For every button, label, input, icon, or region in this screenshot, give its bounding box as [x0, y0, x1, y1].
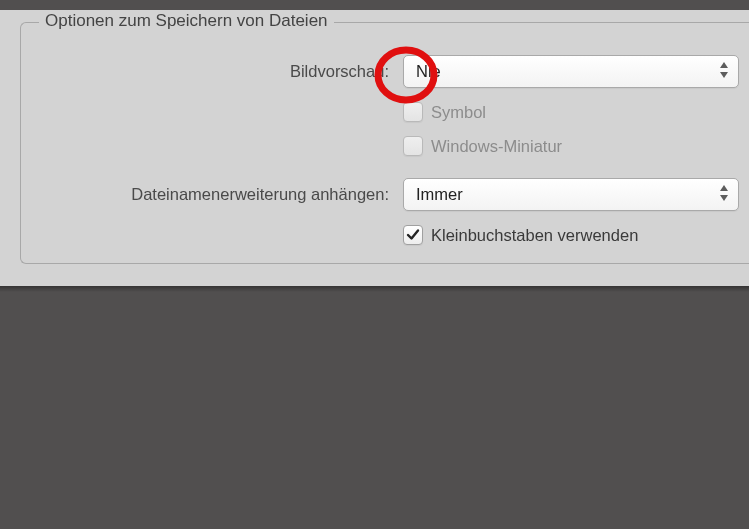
lowercase-checkbox[interactable] — [403, 225, 423, 245]
windows-thumbnail-checkbox — [403, 136, 423, 156]
extension-append-select[interactable]: Immer — [403, 178, 739, 211]
fieldset-legend: Optionen zum Speichern von Dateien — [39, 11, 334, 31]
windows-thumbnail-checkbox-label: Windows-Miniatur — [431, 137, 562, 156]
image-preview-label: Bildvorschau: — [33, 62, 403, 81]
updown-arrows-icon — [718, 185, 730, 201]
extension-append-value: Immer — [416, 185, 463, 204]
lowercase-checkbox-label: Kleinbuchstaben verwenden — [431, 226, 638, 245]
check-icon — [406, 228, 420, 242]
file-saving-options-panel: Optionen zum Speichern von Dateien Bildv… — [0, 10, 749, 286]
extension-append-label: Dateinamenerweiterung anhängen: — [33, 185, 403, 204]
symbol-checkbox — [403, 102, 423, 122]
image-preview-value: Nie — [416, 62, 441, 81]
updown-arrows-icon — [718, 62, 730, 78]
symbol-checkbox-label: Symbol — [431, 103, 486, 122]
file-saving-options-fieldset: Optionen zum Speichern von Dateien Bildv… — [20, 22, 749, 264]
background-area — [0, 292, 749, 529]
image-preview-select[interactable]: Nie — [403, 55, 739, 88]
